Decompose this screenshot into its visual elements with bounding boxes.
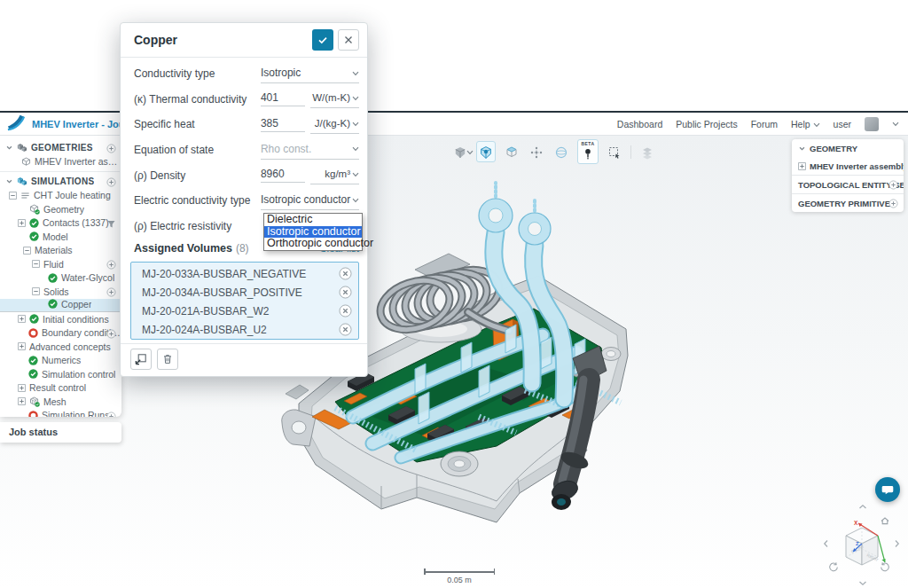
thermal-conductivity-input[interactable]: 401 — [261, 91, 305, 106]
panel-row-mhev-inverter-assembly[interactable]: MHEV Inverter assembly — [792, 157, 904, 175]
equation-of-state-select[interactable]: Rho const. — [261, 141, 359, 160]
expand-icon[interactable] — [798, 161, 806, 171]
remove-volume-button[interactable] — [339, 286, 352, 299]
apply-button[interactable] — [312, 29, 333, 51]
specific-heat-input[interactable]: 385 — [261, 117, 305, 132]
standard-views-tool-button[interactable] — [451, 143, 469, 161]
nav-forum[interactable]: Forum — [751, 119, 778, 129]
expand-icon[interactable] — [18, 219, 26, 227]
collapse-icon[interactable] — [9, 192, 17, 200]
nav-public-projects[interactable]: Public Projects — [676, 119, 737, 129]
thermal-conductivity-unit-select[interactable]: W/(m-K) — [310, 90, 359, 108]
rotate-left-arrow[interactable] — [823, 537, 829, 551]
rotate-ccw-button[interactable] — [828, 561, 839, 575]
tree-item-numerics[interactable]: Numerics — [0, 354, 121, 368]
collapse-icon[interactable] — [32, 287, 40, 295]
expand-icon[interactable] — [18, 342, 26, 350]
density-unit-select[interactable]: kg/m³ — [310, 166, 359, 184]
add-button[interactable] — [106, 410, 116, 417]
render-mode-tool-button[interactable] — [552, 143, 570, 161]
home-view-button[interactable] — [880, 514, 890, 529]
user-avatar[interactable] — [865, 117, 879, 131]
tree-item-result-control[interactable]: Result control — [0, 381, 121, 396]
assigned-volume-row[interactable]: MJ-20-033A-BUSBAR_NEGATIVE — [131, 264, 358, 283]
app-logo[interactable] — [6, 114, 26, 135]
add-button[interactable] — [106, 176, 116, 188]
fit-view-tool-button[interactable] — [528, 143, 545, 161]
chevron-down-icon[interactable] — [5, 177, 13, 185]
assigned-volume-row[interactable]: MJ-20-034A-BUSBAR_POSITIVE — [131, 283, 358, 302]
tree-item-solids[interactable]: Solids — [0, 285, 121, 299]
isometric-view-tool-button[interactable] — [476, 141, 496, 162]
tree-item-label: Simulation Runs — [42, 410, 109, 417]
rotate-down-arrow[interactable] — [858, 575, 867, 588]
job-status-bar[interactable]: Job status — [0, 422, 121, 443]
tree-item-mesh[interactable]: Mesh — [0, 395, 121, 409]
probe-point-tool-button[interactable]: BETA — [577, 139, 599, 164]
add-button[interactable] — [106, 286, 116, 298]
tree-item-advanced-concepts[interactable]: Advanced concepts — [0, 340, 121, 354]
add-button[interactable] — [106, 259, 116, 270]
expand-icon[interactable] — [18, 384, 26, 392]
user-menu-caret-icon[interactable] — [892, 116, 899, 132]
support-chat-button[interactable] — [875, 477, 900, 502]
tree-item-fluid[interactable]: Fluid — [0, 257, 121, 271]
tree-item-geometry[interactable]: Geometry — [0, 202, 121, 216]
tree-item-cht-joule-heating[interactable]: CHT Joule heating — [0, 189, 121, 203]
close-button[interactable] — [338, 29, 359, 51]
filter-button[interactable] — [106, 217, 116, 229]
panel-row-topological-entity-sets[interactable]: TOPOLOGICAL ENTITY SETS — [792, 176, 904, 193]
rotate-right-arrow[interactable] — [894, 537, 900, 551]
dropdown-option-dielectric[interactable]: Dielectric — [264, 214, 362, 226]
chevron-down-icon — [352, 65, 359, 81]
conductivity-type-select[interactable]: Isotropic — [261, 65, 359, 83]
rotate-cw-button[interactable] — [880, 561, 890, 575]
electric-conductivity-type-select[interactable]: Isotropic conductor — [261, 192, 359, 210]
dropdown-option-isotropic-conductor[interactable]: Isotropic conductor — [264, 226, 362, 239]
nav-help[interactable]: Help — [791, 119, 820, 129]
assigned-volume-row[interactable]: MJ-20-021A-BUSBAR_W2 — [131, 302, 358, 320]
tree-item-initial-conditions[interactable]: Initial conditions — [0, 312, 121, 326]
tree-item-contacts-1337[interactable]: Contacts (1337) — [0, 216, 121, 231]
tree-item-geometries[interactable]: GEOMETRIES — [0, 141, 121, 155]
chevron-down-icon[interactable] — [5, 144, 13, 152]
panel-row-geometry-primitives[interactable]: GEOMETRY PRIMITIVES — [792, 194, 904, 212]
expand-icon[interactable] — [18, 315, 26, 323]
tree-item-copper[interactable]: Copper — [0, 299, 121, 313]
section-cube-tool-button[interactable] — [503, 143, 521, 161]
panel-row-geometry[interactable]: GEOMETRY — [792, 139, 904, 157]
visibility-layers-tool-button[interactable] — [638, 143, 656, 161]
tree-item-model[interactable]: Model — [0, 230, 121, 244]
nav-user[interactable]: user — [834, 119, 851, 129]
collapse-icon[interactable] — [32, 260, 40, 268]
nav-dashboard[interactable]: Dashboard — [617, 119, 662, 129]
add-button[interactable] — [106, 143, 116, 154]
box-select-icon — [607, 144, 622, 160]
chevron-down-icon[interactable] — [798, 144, 806, 153]
check-icon — [48, 273, 58, 283]
tree-item-materials[interactable]: Materials — [0, 244, 121, 258]
expand-icon[interactable] — [18, 397, 26, 405]
tree-item-simulations[interactable]: SIMULATIONS — [0, 175, 121, 189]
rotate-up-arrow[interactable] — [858, 498, 867, 513]
specific-heat-unit-select[interactable]: J/(kg-K) — [310, 115, 359, 134]
assigned-volume-row[interactable]: MJ-20-024A-BUSBAR_U2 — [131, 320, 358, 339]
add-button[interactable] — [106, 327, 116, 339]
remove-volume-button[interactable] — [339, 267, 352, 280]
tree-item-simulation-runs[interactable]: Simulation Runs — [0, 409, 121, 418]
density-input[interactable]: 8960 — [261, 168, 305, 183]
dropdown-option-orthotropic-conductor[interactable]: Orthotropic conductor — [264, 238, 362, 250]
collapse-icon[interactable] — [23, 247, 31, 255]
box-select-tool-button[interactable] — [606, 143, 623, 161]
tree-item-mhev-inverter-assembly[interactable]: MHEV Inverter assembly — [0, 155, 121, 169]
assign-from-viewer-button[interactable] — [130, 349, 152, 370]
tree-item-simulation-control[interactable]: Simulation control — [0, 367, 121, 381]
remove-volume-button[interactable] — [339, 323, 352, 336]
add-button[interactable] — [888, 198, 898, 208]
tree-item-water-glycol[interactable]: Water-Glycol — [0, 271, 121, 286]
tree-item-label: Solids — [43, 286, 69, 297]
tree-item-boundary-conditions[interactable]: Boundary conditions — [0, 326, 121, 341]
remove-volume-button[interactable] — [339, 304, 352, 318]
delete-selection-button[interactable] — [157, 349, 178, 370]
add-button[interactable] — [888, 179, 898, 190]
